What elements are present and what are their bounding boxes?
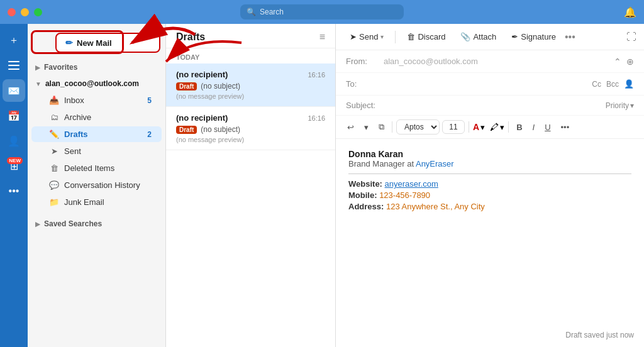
- svg-rect-0: [8, 61, 19, 62]
- compose-quick-button[interactable]: ＋: [3, 29, 25, 52]
- new-badge: NEW: [7, 157, 23, 164]
- close-button[interactable]: [8, 8, 16, 16]
- clipboard-button[interactable]: ⧉: [375, 119, 388, 135]
- to-label: To:: [346, 79, 384, 89]
- minimize-button[interactable]: [21, 8, 29, 16]
- signature-address: Address: 123 Anywhere St., Any City: [348, 202, 631, 211]
- signature-mobile: Mobile: 123-456-7890: [348, 190, 631, 200]
- more-nav-button[interactable]: •••: [3, 180, 25, 202]
- hamburger-button[interactable]: [3, 54, 25, 77]
- to-contact-icon[interactable]: 👤: [624, 79, 634, 89]
- favorites-section-header[interactable]: ▶ Favorites: [28, 59, 165, 75]
- italic-button[interactable]: I: [529, 120, 539, 135]
- more-icon: •••: [9, 185, 19, 197]
- draft-item[interactable]: (no recipient) 16:16 Draft (no subject) …: [166, 107, 335, 150]
- highlight-chevron-icon: ▾: [500, 123, 504, 132]
- priority-chevron-icon: ▾: [630, 101, 634, 110]
- account-header[interactable]: ▼ alan_cocoo@outlook.com: [28, 75, 165, 92]
- sidebar-item-deleted[interactable]: 🗑 Deleted Items: [31, 160, 162, 176]
- send-button[interactable]: ➤ Send ▾: [343, 29, 390, 45]
- sidebar-item-label-inbox: Inbox: [64, 96, 84, 105]
- sidebar-item-drafts[interactable]: ✏️ Drafts 2: [31, 126, 162, 142]
- underline-button[interactable]: U: [541, 120, 554, 135]
- signature-label: Signature: [521, 32, 556, 41]
- saved-searches-chevron-icon: ▶: [35, 221, 40, 228]
- signature-company-link[interactable]: AnyEraser: [416, 159, 454, 168]
- toolbar-separator: [395, 31, 396, 43]
- account-chevron-icon: ▼: [35, 80, 42, 87]
- main-container: ＋ ✉️ 📅 👤 ⊞ NEW •••: [0, 24, 644, 347]
- signature-block: Donna Karan Brand Manager at AnyEraser W…: [348, 149, 631, 211]
- people-nav-button[interactable]: 👤: [3, 129, 25, 152]
- maximize-button[interactable]: [34, 8, 42, 16]
- priority-button[interactable]: Priority ▾: [606, 101, 634, 110]
- more-options-button[interactable]: •••: [565, 31, 575, 43]
- signature-title: Brand Manager at AnyEraser: [348, 159, 631, 168]
- attach-label: Attach: [473, 32, 496, 41]
- mail-nav-button[interactable]: ✉️: [3, 79, 25, 102]
- search-bar[interactable]: 🔍 Search: [240, 4, 404, 19]
- drafts-count: 2: [147, 130, 152, 139]
- draft-item[interactable]: (no recipient) 16:16 Draft (no subject) …: [166, 63, 335, 107]
- highlight-color-button[interactable]: 🖍 ▾: [490, 122, 504, 132]
- saved-searches-header[interactable]: ▶ Saved Searches: [28, 216, 165, 232]
- plus-icon: ＋: [9, 34, 19, 47]
- sidebar-toggle-button[interactable]: [33, 34, 50, 52]
- draft-time: 16:16: [308, 71, 325, 79]
- traffic-lights: [8, 8, 42, 16]
- from-field-actions: ⌃ ⊕: [614, 57, 634, 67]
- signature-icon: ✒: [511, 32, 518, 41]
- calendar-nav-button[interactable]: 📅: [3, 104, 25, 127]
- attach-button[interactable]: 📎 Attach: [454, 29, 502, 45]
- font-color-button[interactable]: A ▾: [473, 122, 485, 132]
- filter-icon[interactable]: ≡: [319, 31, 325, 43]
- expand-from-icon[interactable]: ⌃: [614, 57, 621, 67]
- apps-nav-button[interactable]: ⊞ NEW: [3, 155, 25, 177]
- notification-icon[interactable]: 🔔: [624, 6, 636, 18]
- from-label: From:: [346, 57, 384, 66]
- draft-meta: Draft (no subject): [176, 82, 325, 91]
- sidebar-item-junk[interactable]: 📁 Junk Email: [31, 194, 162, 210]
- discard-button[interactable]: 🗑 Discard: [401, 29, 452, 45]
- send-icon: ➤: [350, 32, 357, 41]
- undo-dropdown-button[interactable]: ▾: [360, 120, 372, 135]
- font-size-input[interactable]: [442, 120, 465, 134]
- sidebar-item-archive[interactable]: 🗂 Archive: [31, 109, 162, 125]
- discard-label: Discard: [418, 32, 445, 41]
- junk-icon: 📁: [49, 197, 59, 207]
- send-chevron-icon: ▾: [380, 33, 384, 40]
- nav-toolbar-row: ✏ New Mail: [28, 29, 165, 59]
- website-link[interactable]: anyeraser.com: [385, 179, 438, 189]
- highlight-icon: 🖍: [490, 122, 499, 132]
- more-format-button[interactable]: •••: [557, 120, 574, 135]
- search-icon: 🔍: [247, 8, 256, 16]
- font-selector[interactable]: Aptos: [396, 119, 440, 135]
- from-options-icon[interactable]: ⊕: [626, 57, 634, 67]
- compose-body[interactable]: Donna Karan Brand Manager at AnyEraser W…: [336, 139, 644, 347]
- sidebar-item-inbox[interactable]: 📥 Inbox 5: [31, 92, 162, 108]
- draft-badge: Draft: [176, 82, 197, 91]
- sidebar-item-label-deleted: Deleted Items: [64, 163, 114, 173]
- favorites-label: Favorites: [44, 63, 77, 72]
- new-mail-label: New Mail: [77, 38, 112, 48]
- sidebar-item-sent[interactable]: ➤ Sent: [31, 143, 162, 159]
- subject-input[interactable]: [384, 101, 606, 110]
- sidebar-item-conversation-history[interactable]: 💬 Conversation History: [31, 177, 162, 193]
- signature-button[interactable]: ✒ Signature: [505, 29, 562, 45]
- to-input[interactable]: [384, 79, 592, 89]
- drafts-date-label: Today: [166, 48, 335, 63]
- draft-subject: (no subject): [201, 82, 240, 91]
- mobile-label: Mobile:: [348, 190, 377, 200]
- bold-button[interactable]: B: [513, 120, 526, 135]
- expand-button[interactable]: ⛶: [626, 31, 636, 43]
- cc-button[interactable]: Cc: [592, 80, 601, 89]
- to-field-row: To: Cc Bcc 👤: [336, 73, 644, 96]
- account-email: alan_cocoo@outlook.com: [45, 79, 139, 88]
- saved-searches-section: ▶ Saved Searches: [28, 216, 165, 232]
- mail-icon: ✉️: [8, 85, 20, 97]
- sidebar-item-label-conversation: Conversation History: [64, 180, 140, 190]
- bcc-button[interactable]: Bcc: [606, 80, 619, 89]
- undo-button[interactable]: ↩: [343, 120, 358, 135]
- new-mail-button[interactable]: ✏ New Mail: [55, 33, 160, 53]
- saved-searches-label: Saved Searches: [44, 219, 102, 228]
